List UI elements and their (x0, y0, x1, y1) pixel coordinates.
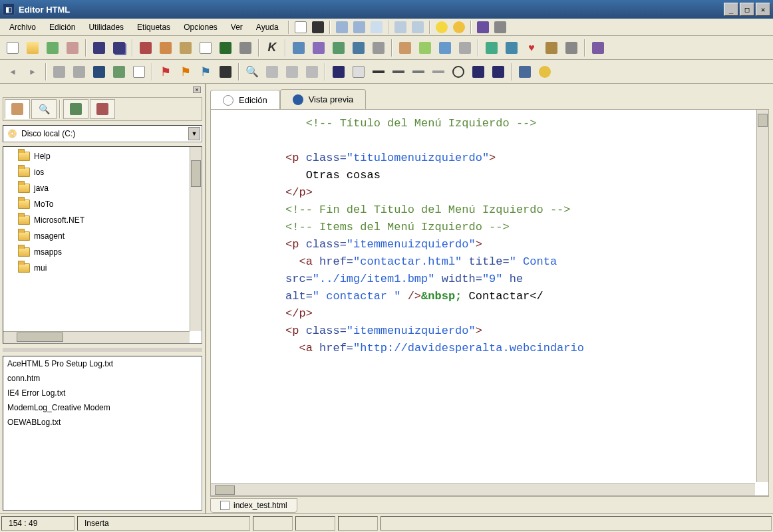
form-button[interactable] (309, 39, 328, 57)
replace-button[interactable] (283, 63, 301, 81)
hr1-button[interactable] (369, 63, 388, 81)
menu-edicion[interactable]: Edición (43, 21, 82, 34)
file-list[interactable]: AceHTML 5 Pro Setup Log.txt conn.htm IE4… (3, 356, 202, 511)
folder-item: msapps (6, 244, 187, 260)
quick-undo-icon[interactable] (335, 20, 349, 35)
folder-tree[interactable]: Help ios java MoTo Microsoft.NET msagent… (3, 146, 202, 344)
sidebar-tab-history[interactable] (90, 99, 115, 119)
scrollbar-vertical[interactable] (756, 110, 768, 482)
menu-ayuda[interactable]: Ayuda (249, 21, 285, 34)
home-button[interactable] (90, 63, 108, 81)
save-all-button[interactable] (110, 39, 128, 57)
new-button[interactable] (3, 39, 22, 57)
nav-back-button[interactable]: ◄ (3, 63, 22, 81)
maximize-button[interactable]: □ (740, 3, 754, 16)
bookmark-button[interactable] (329, 63, 348, 81)
bulb-button[interactable] (536, 63, 554, 81)
link-button[interactable] (329, 39, 348, 57)
image-button[interactable] (216, 39, 235, 57)
comment-button[interactable] (349, 63, 368, 81)
quick-bulb-icon[interactable] (452, 20, 466, 35)
tag-button[interactable] (216, 63, 235, 81)
tab-vista-previa[interactable]: Vista previa (280, 89, 367, 109)
page-button[interactable] (130, 63, 148, 81)
hr4-button[interactable] (429, 63, 448, 81)
table-button[interactable] (289, 39, 308, 57)
quick-help-icon[interactable] (476, 20, 490, 35)
blank-button[interactable] (110, 63, 128, 81)
file-item[interactable]: ModemLog_Creative Modem (3, 400, 202, 415)
find-button[interactable]: 🔍 (243, 63, 261, 81)
code-editor[interactable]: <!-- Título del Menú Izquierdo --> <p cl… (210, 109, 769, 496)
find-next-button[interactable] (263, 63, 281, 81)
nav-fwd-button[interactable]: ► (23, 63, 42, 81)
cut-button[interactable] (136, 39, 155, 57)
menu-archivo[interactable]: Archivo (3, 21, 43, 34)
doc-button[interactable] (196, 39, 215, 57)
chevron-down-icon[interactable]: ▼ (188, 127, 200, 140)
quick-grid-icon[interactable] (393, 20, 408, 35)
circle-button[interactable] (449, 63, 468, 81)
minimize-button[interactable]: _ (724, 3, 738, 16)
sidebar-close-button[interactable]: × (193, 86, 201, 93)
flag-blue-button[interactable]: ⚑ (196, 63, 215, 81)
menu-utilidades[interactable]: Utilidades (82, 21, 130, 34)
list-button[interactable] (369, 39, 388, 57)
quick-option-icon[interactable] (493, 20, 508, 35)
grid-button[interactable] (516, 63, 534, 81)
quick-pane-icon[interactable] (410, 20, 425, 35)
sidebar-tab-favorites[interactable] (63, 99, 88, 119)
code-content[interactable]: <!-- Título del Menú Izquierdo --> <p cl… (211, 110, 755, 482)
hr2-button[interactable] (389, 63, 408, 81)
tab-edicion[interactable]: Edición (210, 90, 280, 110)
refresh-button[interactable] (70, 63, 88, 81)
sidebar-tab-explorer[interactable] (5, 99, 30, 119)
reopen-button[interactable] (43, 39, 62, 57)
print-button[interactable] (236, 39, 255, 57)
plugin-button[interactable] (589, 39, 607, 57)
style3-button[interactable] (436, 39, 454, 57)
sidebar-tab-search[interactable]: 🔍 (31, 99, 57, 119)
anchor-button[interactable] (349, 39, 368, 57)
paste-button[interactable] (176, 39, 195, 57)
style4-button[interactable] (456, 39, 474, 57)
menu-opciones[interactable]: Opciones (177, 21, 224, 34)
style2-button[interactable] (416, 39, 434, 57)
heart-button[interactable]: ♥ (522, 39, 541, 57)
scrollbar-horizontal[interactable] (3, 331, 190, 343)
hr3-button[interactable] (409, 63, 428, 81)
quick-script-icon[interactable] (311, 20, 325, 35)
stop-button[interactable] (50, 63, 69, 81)
quick-new-icon[interactable] (293, 20, 308, 35)
open-button[interactable] (23, 39, 42, 57)
scrollbar-vertical[interactable] (190, 147, 202, 331)
scrollbar-horizontal[interactable] (211, 483, 755, 495)
goto-button[interactable] (303, 63, 321, 81)
file-item[interactable]: OEWABLog.txt (3, 415, 202, 430)
quick-smiley-icon[interactable] (434, 20, 449, 35)
flag-red-button[interactable]: ⚑ (156, 63, 175, 81)
close-doc-button[interactable] (63, 39, 82, 57)
flag-orange-button[interactable]: ⚑ (176, 63, 195, 81)
color4-button[interactable] (562, 39, 581, 57)
copy-button[interactable] (156, 39, 175, 57)
file-item[interactable]: conn.htm (3, 371, 202, 386)
document-tab[interactable]: index_test.html (210, 498, 297, 513)
file-item[interactable]: AceHTML 5 Pro Setup Log.txt (3, 356, 202, 371)
menu-ver[interactable]: Ver (224, 21, 249, 34)
menu-etiquetas[interactable]: Etiquetas (130, 21, 177, 34)
color1-button[interactable] (482, 39, 501, 57)
style1-button[interactable] (396, 39, 414, 57)
save-button[interactable] (90, 39, 108, 57)
sidebar-splitter[interactable] (3, 348, 202, 352)
rect1-button[interactable] (469, 63, 488, 81)
run-button[interactable]: K (263, 39, 281, 57)
color3-button[interactable] (542, 39, 561, 57)
file-item[interactable]: IE4 Error Log.txt (3, 386, 202, 400)
color2-button[interactable] (502, 39, 521, 57)
rect2-button[interactable] (489, 63, 508, 81)
drive-selector[interactable]: 📀 Disco local (C:) ▼ (3, 125, 202, 142)
close-button[interactable]: ✕ (756, 3, 770, 16)
quick-redo-icon[interactable] (352, 20, 367, 35)
quick-copy-icon[interactable] (369, 20, 384, 35)
